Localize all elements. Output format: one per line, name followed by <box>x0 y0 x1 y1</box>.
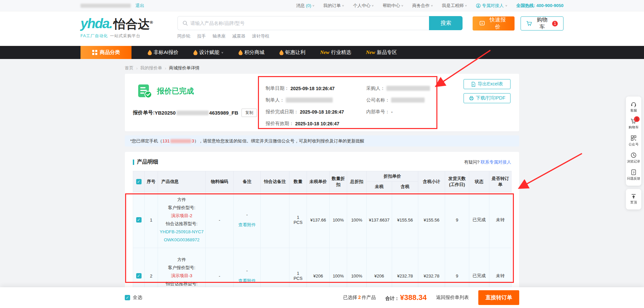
view-attachment-link[interactable]: 查看附件 <box>235 222 259 228</box>
hot-keyword-link[interactable]: 拉手 <box>197 33 206 39</box>
nav-item[interactable]: 积分商城 <box>238 49 265 56</box>
category-button[interactable]: 商品分类 <box>80 46 131 59</box>
breadcrumb: 首页 › 我的报价单 › 商城报价单详情 <box>125 59 519 71</box>
topbar-menu-item[interactable]: 我是工程师 ∨ <box>442 3 467 9</box>
nav-item[interactable]: New 新品专区 <box>366 49 397 56</box>
finish-date: 2025-09-18 10:26:47 <box>300 109 344 115</box>
product-detail-card: 产品明细 有疑问? 联系专属对接人 ✓ 序号 产品信息 物料编码 备注 怡合达备… <box>125 152 519 308</box>
quote-summary-card: 报价已完成 报价单号:YB202504635989_FB 复制 制单日期：202… <box>125 74 519 131</box>
search-icon <box>182 20 188 26</box>
topbar: 退出 消息 (0) ∨ 我的订单 ∨ 个人中心 ∨ <box>0 0 644 11</box>
topbar-menu-item[interactable]: 消息 (0) ∨ <box>296 3 315 9</box>
redacted-quote-number <box>176 111 209 115</box>
make-date: 2025-09-18 10:26:47 <box>290 86 335 91</box>
site-header: yhda. 怡合达® FA工厂自动化一站式采购平台 搜索 同步轮拉手轴承座减震器… <box>0 11 644 46</box>
history-item[interactable]: 浏览记录 <box>626 149 641 167</box>
back-to-list-link[interactable]: 返回报价单列表 <box>436 295 469 301</box>
recommend-model-link[interactable]: OWK0G00368972 <box>159 236 204 244</box>
nav-item[interactable]: New 行业精选 <box>320 49 352 56</box>
quote-status: 报价已完成 <box>157 86 194 96</box>
qr-code-icon <box>631 135 637 141</box>
topbar-menu-item[interactable]: 我的订单 ∨ <box>323 3 344 9</box>
person-icon <box>476 3 481 8</box>
floating-toolbar: 客服 1 购物车 公众号 浏览记录 ? 问题反馈 置顶 <box>626 97 641 209</box>
convert-order-button[interactable]: 直接转订单 <box>478 290 519 305</box>
agent-link[interactable]: 专属对接人 ∨ <box>476 3 507 9</box>
quick-quote-button[interactable]: 快速报价 <box>473 16 514 30</box>
arrow-up-icon <box>631 194 636 199</box>
back-to-top-item[interactable]: 置顶 <box>626 191 641 207</box>
nav-item[interactable]: 钜惠让利 <box>279 49 306 56</box>
nav-item[interactable]: 设计赋能 ∨ <box>193 49 223 56</box>
nav-items: 非标AI报价 设计赋能 ∨ 积分商城 <box>148 46 397 59</box>
total-value: ¥388.34 <box>400 293 427 302</box>
logo-tagline: FA工厂自动化一站式采购平台 <box>80 33 164 39</box>
hotline: 全国热线: 400-900-9050 <box>516 3 564 9</box>
valid-date: 2025-10-18 10:26:47 <box>295 121 339 126</box>
main-nav: 商品分类 非标AI报价 设计赋能 ∨ <box>0 46 644 59</box>
row-checkbox[interactable]: ✓ <box>136 217 142 223</box>
chevron-down-icon: ∨ <box>221 51 223 54</box>
logo-text: 怡合达® <box>113 16 153 33</box>
copy-button[interactable]: 复制 <box>241 109 257 117</box>
quote-complete-icon <box>137 84 152 99</box>
select-all-checkbox[interactable]: ✓ <box>125 295 130 300</box>
flame-icon <box>238 50 243 55</box>
search-button[interactable]: 搜索 <box>429 16 463 30</box>
sidebar-cart-badge: 1 <box>634 116 640 122</box>
chevron-down-icon: ∨ <box>401 4 404 7</box>
select-all-header-checkbox[interactable]: ✓ <box>136 179 142 184</box>
new-badge: New <box>366 50 375 55</box>
row-checkbox[interactable]: ✓ <box>136 273 142 279</box>
contact-agent-link[interactable]: 联系专属对接人 <box>481 160 511 165</box>
chevron-down-icon: ∨ <box>465 4 467 7</box>
excel-file-icon: X <box>471 82 476 87</box>
redacted-phone <box>170 139 191 143</box>
sms-notice: *您已绑定手机（1313），请留意给您发送的短信。绑定并关注微信公众号，可及时收… <box>125 135 519 146</box>
logout-link[interactable]: 退出 <box>136 3 144 9</box>
total-summary: 合计：¥388.34 <box>385 293 427 302</box>
flame-icon <box>148 50 152 55</box>
selected-summary: 已选择2件产品 <box>343 295 376 301</box>
new-badge: New <box>320 50 330 55</box>
view-attachment-link[interactable]: 查看附件 <box>235 278 259 284</box>
site-logo[interactable]: yhda. 怡合达® FA工厂自动化一站式采购平台 <box>80 16 164 39</box>
feedback-item[interactable]: ? 问题反馈 <box>626 167 641 184</box>
grid-icon <box>92 50 97 55</box>
official-account-item[interactable]: 公众号 <box>626 132 641 149</box>
topbar-menu-item[interactable]: 个人中心 ∨ <box>353 3 374 9</box>
breadcrumb-home[interactable]: 首页 <box>125 65 133 71</box>
hot-keyword-link[interactable]: 减震器 <box>232 33 246 39</box>
chevron-down-icon: ∨ <box>371 4 374 7</box>
header-cart-button[interactable]: 购物车 1 <box>521 16 564 30</box>
customer-service-item[interactable]: 客服 <box>626 99 641 116</box>
redacted-buyer <box>386 86 430 91</box>
topbar-menu-item[interactable]: 帮助中心 ∨ <box>383 3 404 9</box>
logo-mark: yhda. <box>80 16 112 31</box>
download-pdf-button[interactable]: 下载/打印PDF <box>464 93 511 103</box>
flame-icon <box>193 50 198 55</box>
cart-item[interactable]: 1 购物车 <box>626 116 641 132</box>
customer-model: 演示项目-2 <box>159 212 204 220</box>
cart-icon <box>526 20 532 26</box>
product-name: 方件 <box>159 196 204 204</box>
redacted-maker <box>286 98 333 103</box>
export-excel-button[interactable]: X 导出Excel表 <box>464 79 511 89</box>
quote-details: 制单日期：2025-09-18 10:26:47 制单人： 报价完成日期：202… <box>266 82 430 129</box>
customer-model: 演示项目-3 <box>159 272 204 280</box>
chevron-down-icon: ∨ <box>505 4 507 7</box>
breadcrumb-quotes[interactable]: 我的报价单 <box>140 65 162 71</box>
select-all-label: 全选 <box>133 295 142 301</box>
nav-item[interactable]: 非标AI报价 <box>148 49 178 56</box>
question-text: 有疑问? 联系专属对接人 <box>464 159 511 165</box>
recommend-model-link[interactable]: YHDFB-250918-NYC7 <box>159 228 204 236</box>
hot-keyword-link[interactable]: 滚针导柱 <box>252 33 270 39</box>
hot-keyword-link[interactable]: 同步轮 <box>177 33 191 39</box>
topbar-menu: 消息 (0) ∨ 我的订单 ∨ 个人中心 ∨ 帮助中心 <box>296 3 467 9</box>
product-name: 方件 <box>159 256 204 264</box>
topbar-menu-item[interactable]: 商务合作 ∨ <box>412 3 433 9</box>
action-footer: ✓ 全选 已选择2件产品 合计：¥388.34 返回报价单列表 直接转订单 <box>0 287 644 308</box>
hot-keywords: 同步轮拉手轴承座减震器滚针导柱 <box>177 33 463 39</box>
hot-keyword-link[interactable]: 轴承座 <box>213 33 226 39</box>
search-input[interactable] <box>191 20 425 26</box>
